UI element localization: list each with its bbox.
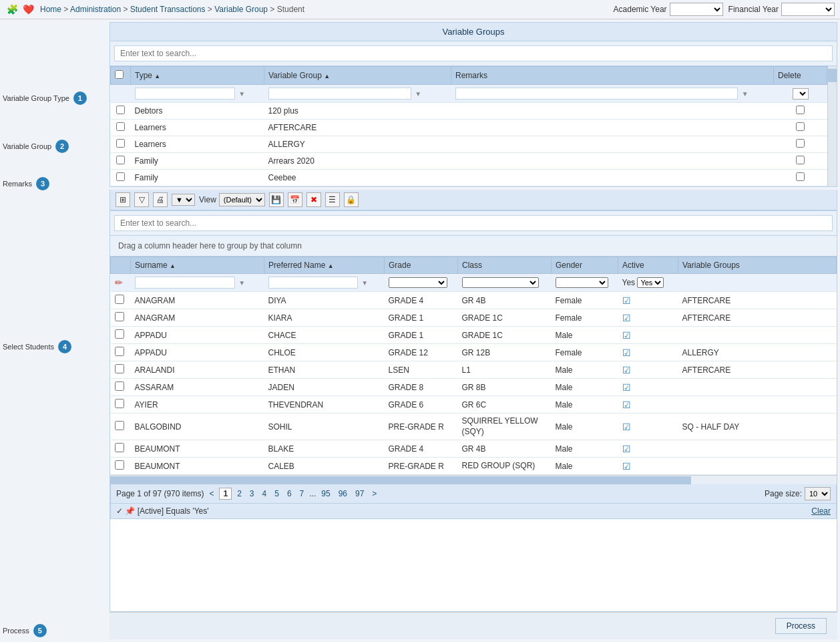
student-surname: ANAGRAM [131, 309, 264, 327]
financial-year-dropdown[interactable] [781, 3, 835, 16]
vg-filter-group[interactable] [268, 88, 411, 100]
toolbar-calendar-icon[interactable]: 📅 [288, 192, 302, 207]
vg-filter-group-icon[interactable]: ▼ [415, 90, 421, 98]
vg-filter-delete-dropdown[interactable] [793, 88, 809, 100]
horizontal-scrollbar[interactable] [110, 475, 837, 484]
vg-filter-type-icon[interactable]: ▼ [238, 90, 245, 98]
student-checkbox[interactable] [115, 312, 124, 321]
page-size-dropdown[interactable]: 10 [805, 487, 831, 500]
students-search-input[interactable] [114, 215, 833, 231]
filter-active-dropdown[interactable]: Yes [637, 277, 664, 288]
table-row: ARALANDI ETHAN LSEN L1 Male ☑ AFTERCARE [111, 361, 837, 379]
toolbar-filter-icon[interactable]: ▽ [134, 192, 149, 207]
pagination-97[interactable]: 97 [353, 488, 367, 499]
col-preferred-name[interactable]: Preferred Name ▲ [264, 257, 385, 274]
col-active[interactable]: Active [618, 257, 678, 274]
vg-delete-checkbox[interactable] [796, 156, 805, 164]
student-checkbox[interactable] [115, 381, 124, 391]
toolbar-export-dropdown[interactable]: ▼ [172, 194, 195, 206]
student-variable-groups [678, 379, 837, 396]
toolbar: ⊞ ▽ 🖨 ▼ View (Default) 💾 📅 ✖ ☰ 🔒 [110, 190, 837, 210]
academic-year-selector: Academic Year [614, 3, 723, 16]
vg-col-type[interactable]: Type ▲ [131, 67, 264, 85]
toolbar-delete-icon[interactable]: ✖ [306, 192, 321, 207]
annotation-vg-type: Variable Group Type 1 [3, 92, 87, 105]
annotation-select-students: Select Students 4 [3, 340, 71, 353]
toolbar-save-icon[interactable]: 💾 [269, 192, 284, 207]
filter-class-dropdown[interactable] [462, 277, 539, 288]
pagination-prev[interactable]: < [206, 488, 216, 499]
pagination-95[interactable]: 95 [319, 488, 333, 499]
filter-surname-icon[interactable]: ▼ [238, 279, 245, 287]
vg-scrollbar[interactable] [827, 66, 837, 186]
pagination-5[interactable]: 5 [272, 488, 282, 499]
students-panel: Drag a column header here to group by th… [110, 210, 837, 612]
vg-delete-checkbox[interactable] [796, 172, 805, 181]
col-gender[interactable]: Gender [552, 257, 618, 274]
filter-grade-dropdown[interactable] [389, 277, 447, 288]
process-button[interactable]: Process [775, 618, 827, 634]
academic-year-dropdown[interactable] [670, 3, 723, 16]
vg-filter-type-cell: ▼ [131, 85, 264, 103]
student-gender: Male [552, 440, 618, 458]
toolbar-grid-icon[interactable]: ⊞ [116, 192, 130, 207]
student-checkbox[interactable] [115, 329, 124, 339]
vg-col-group[interactable]: Variable Group ▲ [264, 67, 451, 85]
eraser-icon[interactable]: ✏ [115, 277, 123, 288]
vg-row-checkbox[interactable] [116, 122, 125, 131]
breadcrumb-home[interactable]: Home [40, 5, 61, 14]
badge-3: 3 [36, 177, 49, 190]
table-row: ASSARAM JADEN GRADE 8 GR 8B Male ☑ [111, 379, 837, 396]
student-gender: Female [552, 344, 618, 361]
toolbar-export-icon[interactable]: 🖨 [153, 192, 168, 207]
breadcrumb-variable-group[interactable]: Variable Group [214, 5, 268, 14]
filter-clear-link[interactable]: Clear [811, 506, 831, 516]
active-checkmark: ☑ [622, 422, 631, 432]
col-surname[interactable]: Surname ▲ [131, 257, 264, 274]
col-class[interactable]: Class [458, 257, 552, 274]
students-header-row: Surname ▲ Preferred Name ▲ Grade Class G… [111, 257, 837, 274]
student-checkbox[interactable] [115, 399, 124, 408]
student-checkbox[interactable] [115, 347, 124, 356]
pagination-3[interactable]: 3 [247, 488, 257, 499]
student-variable-groups [678, 327, 837, 344]
toolbar-lock-icon[interactable]: 🔒 [344, 192, 359, 207]
vg-row-checkbox[interactable] [116, 139, 125, 148]
vg-search-input[interactable] [114, 45, 833, 61]
filter-preferred-name[interactable] [268, 277, 358, 289]
filter-gender-dropdown[interactable] [556, 277, 608, 288]
vg-select-all-checkbox[interactable] [115, 70, 124, 79]
breadcrumb-administration[interactable]: Administration [70, 5, 121, 14]
student-checkbox[interactable] [115, 421, 124, 430]
student-checkbox[interactable] [115, 443, 124, 452]
col-grade[interactable]: Grade [385, 257, 458, 274]
vg-delete-checkbox[interactable] [796, 106, 805, 114]
vg-row-checkbox[interactable] [116, 156, 125, 164]
vg-delete-checkbox[interactable] [796, 139, 805, 148]
vg-row-checkbox[interactable] [116, 172, 125, 181]
vg-delete-checkbox[interactable] [796, 122, 805, 131]
breadcrumb-student-transactions[interactable]: Student Transactions [130, 5, 206, 14]
pagination-2[interactable]: 2 [234, 488, 244, 499]
vg-row-checkbox[interactable] [116, 106, 125, 114]
pagination-next[interactable]: > [369, 488, 379, 499]
pagination-96[interactable]: 96 [336, 488, 350, 499]
vg-filter-remarks-icon[interactable]: ▼ [742, 90, 749, 98]
view-dropdown[interactable]: (Default) [219, 193, 265, 206]
student-checkbox[interactable] [115, 364, 124, 373]
student-surname: BEAUMONT [131, 440, 264, 458]
student-checkbox[interactable] [115, 295, 124, 304]
pagination-6[interactable]: 6 [284, 488, 294, 499]
annotation-process: Process 5 [3, 624, 47, 637]
student-checkbox[interactable] [115, 460, 124, 470]
pagination-4[interactable]: 4 [260, 488, 270, 499]
filter-preferred-name-icon[interactable]: ▼ [361, 279, 368, 287]
toolbar-list-icon[interactable]: ☰ [325, 192, 340, 207]
vg-filter-remarks[interactable] [455, 88, 739, 100]
pagination-7[interactable]: 7 [297, 488, 307, 499]
filter-status-bar: ✓ 📌 [Active] Equals 'Yes' Clear [110, 504, 837, 519]
student-grade: GRADE 4 [385, 292, 458, 309]
filter-surname[interactable] [135, 277, 235, 289]
students-search-area [110, 211, 837, 236]
vg-filter-type[interactable] [135, 88, 235, 100]
